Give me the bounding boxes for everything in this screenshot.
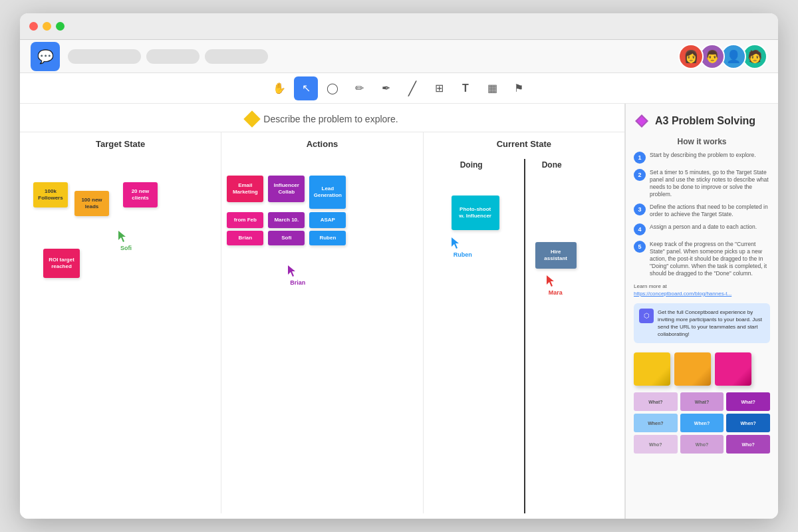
swatch-yellow[interactable] [634,352,670,386]
minimize-button[interactable] [43,22,51,31]
color-swatches [634,352,770,386]
note-what-3[interactable]: What? [726,392,770,411]
note-when-1[interactable]: When? [634,414,678,432]
cursor-brian-label: Brian [288,279,307,287]
note-who-3[interactable]: Who? [726,435,770,454]
text-tool[interactable]: T [454,76,477,100]
note-tool[interactable]: ▦ [480,76,504,100]
diamond-icon [244,110,261,127]
sticky-100k[interactable]: 100k Followers [33,182,68,207]
sticky-lead-gen[interactable]: Lead Generation [309,176,346,209]
sticky-brian-note[interactable]: Brian [227,231,263,245]
right-panel: A3 Problem Solving How it works 1 Start … [625,104,778,519]
note-row-what: What? What? What? [634,392,770,411]
sticky-from-feb[interactable]: from Feb [227,212,263,228]
actions-title: Actions [228,139,416,149]
menu-item-3[interactable] [205,49,268,64]
select-tool[interactable]: ↖ [294,76,318,100]
sticky-march[interactable]: March 10. [268,212,305,228]
cursor-sofi-label: Sofi [118,244,134,252]
note-group-1: What? What? What? When? When? When? Who?… [634,392,770,454]
menu-item-1[interactable] [68,49,141,64]
cursor-ruben: Ruben [452,237,474,259]
promo-text: Get the full Conceptboard experience by … [658,309,765,338]
step-1-text: Start by describing the problem to explo… [650,152,756,159]
step-5: 5 Keep track of the progress on the "Cur… [634,241,770,277]
sticky-clients[interactable]: 20 new clients [123,182,158,207]
swatch-pink[interactable] [715,352,751,386]
step-4-text: Assign a person and a date to each actio… [650,223,757,231]
sticky-hire[interactable]: Hire assistant [535,242,577,269]
step-5-text: Keep track of the progress on the "Curre… [650,241,770,277]
swatch-orange[interactable] [674,352,711,386]
learn-more-text: Learn more at [634,283,770,289]
note-when-2[interactable]: When? [680,414,724,432]
actions-column: Actions Email Marketing Influencer Colla… [221,132,423,513]
menu-bar: 💬 👩 👨 👤 🧑 [20,40,778,73]
canvas-header: Describe the problem to explore. [20,104,624,132]
panel-section-title: How it works [634,137,770,146]
app-window: 💬 👩 👨 👤 🧑 ✋ ↖ ◯ ✏ ✒ ╱ ⊞ T ▦ ⚑ Descri [20,13,778,519]
target-state-column: Target State 100k Followers 100 new lead… [20,132,221,513]
step-1-num: 1 [634,152,646,164]
sticky-sofi-note[interactable]: Sofi [268,231,305,245]
note-who-2[interactable]: Who? [680,435,724,454]
step-4-num: 4 [634,223,646,235]
step-3-num: 3 [634,203,646,215]
maximize-button[interactable] [56,22,65,31]
toolbar: ✋ ↖ ◯ ✏ ✒ ╱ ⊞ T ▦ ⚑ [20,73,778,104]
note-what-2[interactable]: What? [680,392,724,411]
step-3: 3 Define the actions that need to be com… [634,203,770,218]
current-state-column: Current State Doing Done Photo-shoot w. … [424,132,624,513]
cursor-mara-label: Mara [547,289,565,297]
svg-marker-3 [547,275,554,287]
sticky-leads[interactable]: 100 new leads [74,191,109,216]
note-row-when: When? When? When? [634,414,770,432]
flag-tool[interactable]: ⚑ [507,76,531,100]
panel-title: A3 Problem Solving [655,115,755,127]
menu-item-2[interactable] [146,49,200,64]
sticky-influencer[interactable]: Influencer Collab [268,176,305,202]
step-2: 2 Set a timer to 5 minutes, go to the Ta… [634,169,770,198]
menu-items [68,49,674,64]
step-2-num: 2 [634,169,646,181]
step-1: 1 Start by describing the problem to exp… [634,152,770,164]
traffic-lights [29,22,65,31]
user-avatars: 👩 👨 👤 🧑 [682,44,767,69]
shape-tool[interactable]: ◯ [321,76,344,100]
promo-box: ⬡ Get the full Conceptboard experience b… [634,303,770,344]
marker-tool[interactable]: ✒ [374,76,398,100]
avatar-1: 👩 [678,44,704,69]
logo[interactable]: 💬 [31,42,60,71]
step-5-num: 5 [634,241,646,253]
crop-tool[interactable]: ⊞ [427,76,451,100]
svg-marker-2 [452,237,459,249]
doing-label: Doing [460,160,483,170]
note-when-3[interactable]: When? [726,414,770,432]
note-who-1[interactable]: Who? [634,435,678,454]
panel-logo: A3 Problem Solving [634,113,770,129]
line-tool[interactable]: ╱ [400,76,424,100]
close-button[interactable] [29,22,38,31]
canvas-header-text: Describe the problem to explore. [263,114,398,124]
learn-more-link[interactable]: https://conceptboard.com/blog/hannes-t..… [634,291,770,297]
state-divider [524,159,525,513]
sticky-ruben-note[interactable]: Ruben [309,231,346,245]
panel-diamond-icon [634,113,650,129]
title-bar [20,13,778,40]
pen-tool[interactable]: ✏ [347,76,371,100]
sticky-asap[interactable]: ASAP [309,212,346,228]
main-area: Describe the problem to explore. Target … [20,104,778,519]
canvas-columns: Target State 100k Followers 100 new lead… [20,132,624,513]
note-what-1[interactable]: What? [634,392,678,411]
cursor-sofi: Sofi [118,231,134,252]
done-label: Done [542,160,562,170]
hand-tool[interactable]: ✋ [267,76,291,100]
current-state-title: Current State [430,139,618,149]
sticky-email[interactable]: Email Marketing [227,176,263,202]
cursor-brian: Brian [288,265,307,287]
canvas-area[interactable]: Describe the problem to explore. Target … [20,104,625,519]
step-4: 4 Assign a person and a date to each act… [634,223,770,235]
sticky-roi[interactable]: ROI target reached [43,249,80,278]
sticky-photoshoot[interactable]: Photo-shoot w. Influencer [452,196,499,230]
